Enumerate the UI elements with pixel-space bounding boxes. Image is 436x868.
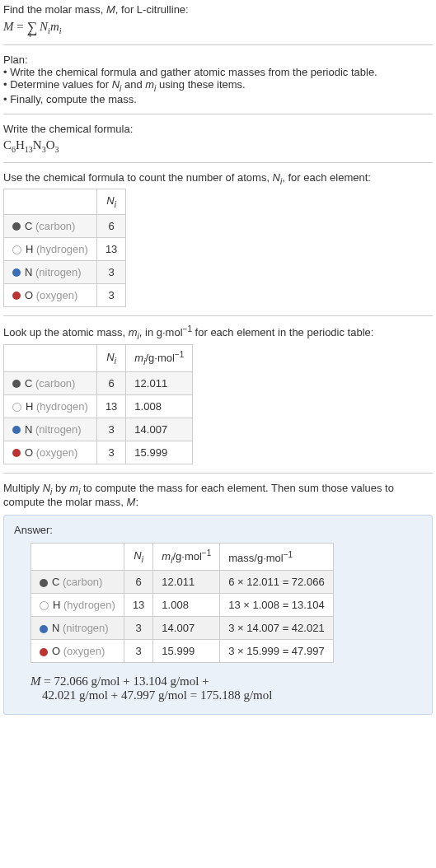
plan-b2-b: and (121, 78, 145, 91)
plan-block: Plan: • Write the chemical formula and g… (3, 54, 433, 105)
carbon-dot-icon (12, 222, 21, 231)
ah-m: m (162, 551, 171, 563)
elem-ni: 3 (124, 640, 152, 663)
plan-bullet-2: • Determine values for Ni and mi using t… (3, 78, 433, 93)
lh-N: N (106, 351, 114, 363)
count-intro: Use the chemical formula to count the nu… (3, 171, 433, 186)
elem-mi: 15.999 (126, 441, 193, 464)
chem-H-n: 13 (25, 145, 33, 154)
intro-text-b: , for L-citrulline: (115, 3, 189, 16)
elem-name: (oxygen) (36, 446, 78, 459)
table-row-elem: C (carbon) (4, 214, 97, 237)
lookup-header-mi: mi/g·mol−1 (126, 344, 193, 371)
intro-text-a: Find the molar mass, (3, 3, 106, 16)
mult-N: N (43, 482, 50, 494)
plan-b2-c: using these items. (156, 78, 245, 91)
plan-title: Plan: (3, 54, 433, 66)
lookup-header-Ni: Ni (96, 344, 125, 371)
elem-name: (hydrogen) (36, 243, 88, 255)
elem-sym: C (25, 220, 32, 232)
answer-header-mass: mass/g·mol−1 (220, 544, 333, 571)
chem-C: C (3, 138, 12, 152)
final-M: M (30, 674, 41, 688)
lh-unit: /g·mol (145, 352, 174, 364)
lookup-block: Look up the atomic mass, mi, in g·mol−1 … (3, 324, 433, 464)
hydrogen-dot-icon (12, 245, 21, 254)
elem-mi: 14.007 (153, 617, 220, 640)
carbon-dot-icon (40, 579, 48, 587)
chemical-formula-block: Write the chemical formula: C6H13N3O3 (3, 123, 433, 154)
multiply-block: Multiply Ni by mi to compute the mass fo… (3, 482, 433, 509)
elem-ni: 3 (124, 617, 152, 640)
divider (3, 162, 433, 163)
ah-mass-a: mass/g·mol (228, 552, 283, 564)
elem-sym: C (52, 576, 59, 588)
count-intro-a: Use the chemical formula to count the nu… (3, 171, 273, 184)
plan-bullet-1: • Write the chemical formula and gather … (3, 66, 433, 78)
lookup-intro: Look up the atomic mass, mi, in g·mol−1 … (3, 324, 433, 341)
chem-O-n: 3 (55, 145, 59, 154)
elem-mass: 6 × 12.011 = 72.066 (220, 571, 333, 594)
count-header-Ni: Ni (96, 189, 125, 215)
table-row-elem: N (nitrogen) (4, 418, 97, 441)
table-row-elem: H (hydrogen) (4, 394, 97, 418)
answer-header-blank (31, 544, 124, 571)
mult-M: M (127, 496, 136, 508)
mult-d: : (135, 496, 138, 508)
count-table: Ni C (carbon)6 H (hydrogen)13 N (nitroge… (3, 189, 126, 307)
table-row-elem: C (carbon) (31, 571, 124, 594)
elem-mi: 12.011 (153, 571, 220, 594)
elem-mi: 12.011 (126, 371, 193, 394)
table-row-elem: H (hydrogen) (4, 237, 97, 260)
ah-N: N (134, 549, 141, 562)
divider (3, 473, 433, 474)
elem-ni: 13 (124, 594, 152, 617)
final-b: 42.021 g/mol + 47.997 g/mol = 175.188 g/… (42, 688, 272, 702)
elem-ni: 3 (96, 441, 125, 464)
elem-ni: 3 (96, 418, 125, 441)
lh-i: i (115, 356, 116, 365)
elem-ni: 13 (96, 394, 125, 418)
lookup-header-blank (4, 344, 97, 371)
carbon-dot-icon (12, 380, 21, 388)
chem-O: O (46, 138, 55, 152)
elem-sym: H (26, 243, 33, 255)
elem-ni: 6 (124, 571, 152, 594)
chemical-formula: C6H13N3O3 (3, 138, 433, 154)
mult-m: m (69, 482, 78, 494)
elem-mi: 1.008 (153, 594, 220, 617)
elem-sym: O (25, 289, 33, 301)
mult-a: Multiply (3, 482, 43, 494)
oxygen-dot-icon (40, 648, 48, 656)
plan-bullet-3: • Finally, compute the mass. (3, 93, 433, 105)
hydrogen-dot-icon (12, 403, 21, 412)
plan-N: N (112, 78, 120, 91)
hydrogen-dot-icon (40, 601, 49, 610)
elem-name: (oxygen) (36, 289, 78, 301)
answer-box: Answer: Ni mi/g·mol−1 mass/g·mol−1 C (ca… (3, 515, 433, 715)
eq-N: N (40, 20, 48, 33)
elem-name: (oxygen) (63, 645, 105, 657)
table-row-elem: O (oxygen) (4, 283, 97, 306)
ah-mass-neg1: −1 (284, 550, 293, 559)
oxygen-dot-icon (12, 449, 21, 457)
elem-mi: 1.008 (126, 394, 193, 418)
answer-header-mi: mi/g·mol−1 (153, 544, 220, 571)
plan-m: m (145, 78, 154, 91)
count-header-blank (4, 189, 97, 215)
lookup-neg1: −1 (183, 324, 192, 334)
elem-name: (hydrogen) (63, 599, 115, 611)
elem-mi: 15.999 (153, 640, 220, 663)
lookup-m: m (129, 326, 138, 338)
lookup-intro-b: , in g·mol (139, 326, 183, 338)
answer-header-Ni: Ni (124, 544, 152, 571)
intro-block: Find the molar mass, M, for L-citrulline… (3, 3, 433, 36)
divider (3, 315, 433, 316)
lh-neg1: −1 (175, 350, 184, 359)
elem-mass: 13 × 1.008 = 13.104 (220, 594, 333, 617)
elem-name: (hydrogen) (36, 400, 88, 413)
final-equation: M = 72.066 g/mol + 13.104 g/mol + 42.021… (30, 674, 422, 702)
nitrogen-dot-icon (12, 426, 21, 434)
elem-sym: N (25, 266, 32, 278)
lookup-intro-c: for each element in the periodic table: (192, 326, 373, 338)
